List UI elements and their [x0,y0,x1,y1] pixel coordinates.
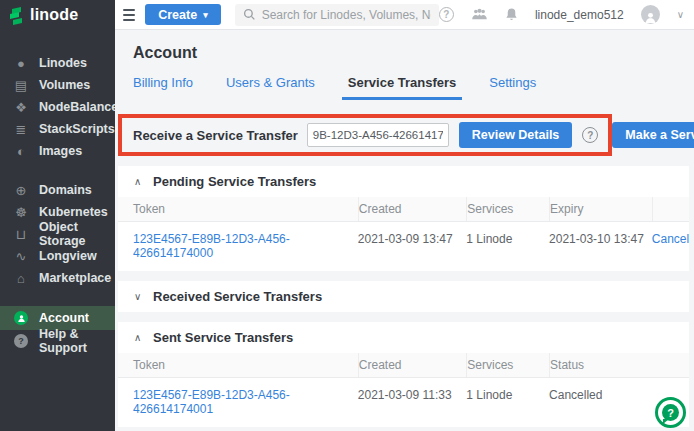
received-transfers-card: ∨ Received Service Transfers [118,281,689,312]
sidebar-item-label: Object Storage [39,220,115,248]
sidebar-item-label: Help & Support [39,327,115,355]
sidebar-item-label: Kubernetes [39,205,108,219]
nodebalancers-icon: ❖ [13,100,29,115]
pending-services-cell: 1 Linode [466,222,549,271]
receive-transfer-label: Receive a Service Transfer [133,128,298,143]
column-header-actions [652,197,689,221]
sent-created-cell: 2021-03-09 11:33 [358,378,466,427]
column-header-token: Token [118,353,358,377]
help-tooltip-icon[interactable]: ? [582,127,598,143]
community-icon[interactable] [471,8,488,21]
sent-services-cell: 1 Linode [466,378,549,427]
account-tabs: Billing Info Users & Grants Service Tran… [127,75,689,100]
table-row: 123E4567-E89B-12D3-A456-426614174000 202… [118,221,689,271]
sent-token-link[interactable]: 123E4567-E89B-12D3-A456-426614174001 [133,388,290,416]
sidebar-item-label: Domains [39,183,92,197]
notifications-bell-icon[interactable] [505,8,518,22]
sidebar-nav: ● Linodes ▤ Volumes ❖ NodeBalancers ≣ St… [0,30,115,352]
column-header-status: Status [549,353,689,377]
volumes-icon: ▤ [13,78,29,93]
sent-table-header: Token Created Services Status [118,353,689,377]
sidebar-item-volumes[interactable]: ▤ Volumes [0,74,115,96]
support-chat-bubble[interactable]: ? [655,397,686,428]
column-header-created: Created [358,353,466,377]
object-storage-icon: ⊔ [13,227,29,242]
transfer-token-input[interactable] [307,123,449,147]
avatar[interactable] [641,5,660,24]
sidebar-item-label: Linodes [39,56,87,70]
column-header-token: Token [118,197,358,221]
section-title: Pending Service Transfers [153,174,316,189]
sidebar-item-help-support[interactable]: ? Help & Support [0,330,115,352]
sidebar-item-object-storage[interactable]: ⊔ Object Storage [0,223,115,245]
images-icon: ◐ [13,144,29,159]
make-service-transfer-button[interactable]: Make a Service Transfer [612,122,694,148]
username-label: linode_demo512 [535,8,624,22]
linode-logo[interactable]: linode [0,0,115,30]
sidebar-group-divider [0,289,115,306]
review-details-button[interactable]: Review Details [459,122,573,148]
linodes-icon: ● [13,56,29,71]
linode-logo-text: linode [30,6,78,24]
create-button[interactable]: Create ▾ [145,4,220,25]
column-header-services: Services [466,197,549,221]
sidebar-group-divider [0,162,115,179]
sidebar-item-label: Images [39,144,82,158]
sidebar: linode ● Linodes ▤ Volumes ❖ NodeBalance… [0,0,115,431]
longview-icon: ∿ [13,249,29,264]
sent-transfers-card: ∧ Sent Service Transfers Token Created S… [118,322,689,427]
sidebar-item-label: StackScripts [39,122,115,136]
sidebar-item-nodebalancers[interactable]: ❖ NodeBalancers [0,96,115,118]
kubernetes-icon: ☸ [13,205,29,220]
sent-transfers-header[interactable]: ∧ Sent Service Transfers [118,322,689,353]
pending-transfers-header[interactable]: ∧ Pending Service Transfers [118,166,689,197]
column-header-services: Services [466,353,549,377]
pending-expiry-cell: 2021-03-10 13:47 [549,222,652,271]
tab-settings[interactable]: Settings [483,75,542,100]
tab-billing-info[interactable]: Billing Info [127,75,199,100]
receive-transfer-highlight-box: Receive a Service Transfer Review Detail… [118,114,612,156]
question-mark-icon: ? [662,404,679,421]
sidebar-item-label: Longview [39,249,97,263]
account-menu-chevron-icon[interactable]: ∨ [677,9,684,20]
transfer-actions-row: Receive a Service Transfer Review Detail… [118,114,689,156]
tab-users-grants[interactable]: Users & Grants [220,75,321,100]
column-header-created: Created [358,197,466,221]
main-content: Account Billing Info Users & Grants Serv… [115,30,694,431]
sidebar-item-marketplace[interactable]: ⌂ Marketplace [0,267,115,289]
create-button-label: Create [158,8,197,22]
global-search[interactable] [235,4,439,26]
top-header: Create ▾ ? linode_demo512 ∨ [115,0,694,30]
sidebar-item-images[interactable]: ◐ Images [0,140,115,162]
account-icon [13,311,29,325]
collapse-chevron-up-icon: ∧ [134,332,144,343]
pending-token-link[interactable]: 123E4567-E89B-12D3-A456-426614174000 [133,232,290,260]
section-title: Sent Service Transfers [153,330,293,345]
stackscripts-icon: ≣ [13,122,29,137]
sidebar-item-longview[interactable]: ∿ Longview [0,245,115,267]
sidebar-item-domains[interactable]: ⊕ Domains [0,179,115,201]
section-title: Received Service Transfers [153,289,322,304]
search-input[interactable] [262,8,431,22]
table-row: 123E4567-E89B-12D3-A456-426614174001 202… [118,377,689,427]
pending-transfers-card: ∧ Pending Service Transfers Token Create… [118,166,689,271]
collapse-chevron-down-icon: ∨ [134,291,144,302]
help-icon: ? [13,334,29,348]
help-circle-icon[interactable]: ? [439,7,454,22]
search-icon [243,8,256,21]
sidebar-item-label: Marketplace [39,271,111,285]
marketplace-icon: ⌂ [13,271,29,286]
pending-created-cell: 2021-03-09 13:47 [358,222,466,271]
page-title: Account [133,44,689,62]
sidebar-item-label: Volumes [39,78,90,92]
pending-table-header: Token Created Services Expiry [118,197,689,221]
domains-icon: ⊕ [13,183,29,198]
tab-service-transfers[interactable]: Service Transfers [342,75,462,100]
cancel-transfer-link[interactable]: Cancel [652,232,689,246]
received-transfers-header[interactable]: ∨ Received Service Transfers [118,281,689,312]
linode-logo-icon [10,8,24,23]
sidebar-item-linodes[interactable]: ● Linodes [0,52,115,74]
sidebar-item-stackscripts[interactable]: ≣ StackScripts [0,118,115,140]
menu-icon[interactable] [123,9,135,21]
collapse-chevron-up-icon: ∧ [134,176,144,187]
